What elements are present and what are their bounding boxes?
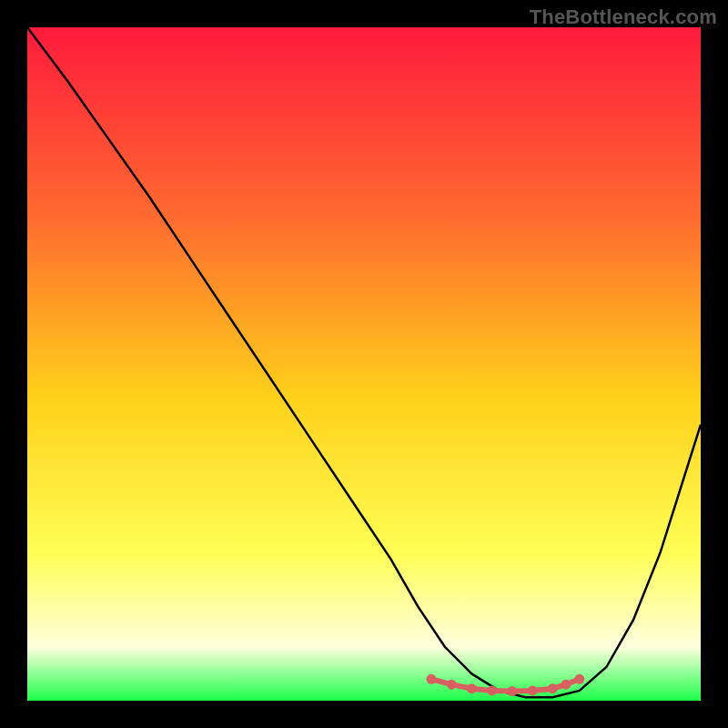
chart-plot-area [27, 27, 701, 701]
chart-frame [27, 27, 701, 701]
watermark-text: TheBottleneck.com [530, 5, 717, 29]
chart-background-gradient [27, 27, 701, 701]
chart-svg [27, 27, 701, 701]
